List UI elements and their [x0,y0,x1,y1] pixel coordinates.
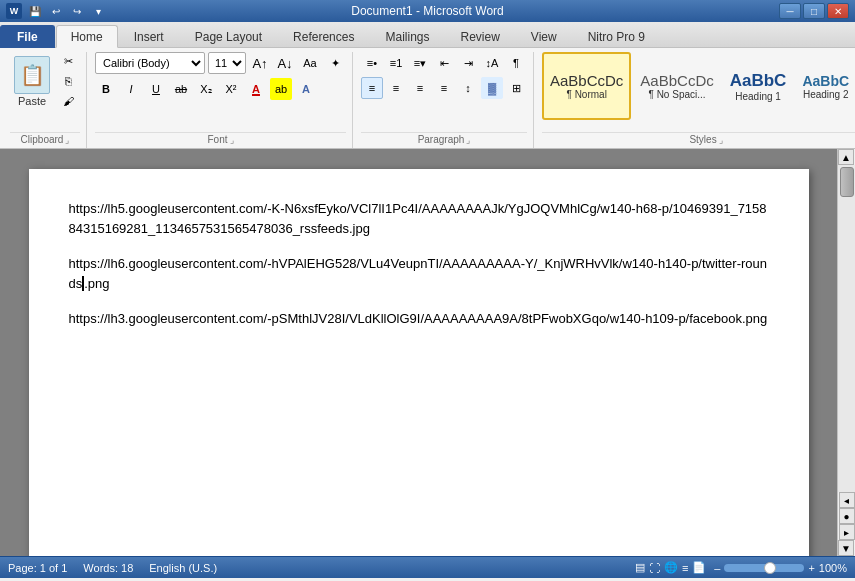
zoom-in-btn[interactable]: + [808,562,814,574]
draft-btn[interactable]: 📄 [692,561,706,574]
scroll-arrow-down[interactable]: ▼ [838,540,854,556]
language-item[interactable]: English (U.S.) [149,562,217,574]
save-quick-btn[interactable]: 💾 [26,2,44,20]
paragraph-content: ≡• ≡1 ≡▾ ⇤ ⇥ ↕A ¶ ≡ ≡ ≡ ≡ ↕ ▓ [361,52,527,99]
styles-footer[interactable]: Styles ⌟ [542,132,855,146]
style-heading1-label: Heading 1 [735,91,781,102]
minimize-btn[interactable]: ─ [779,3,801,19]
decrease-indent-btn[interactable]: ⇤ [433,52,455,74]
tab-nitro[interactable]: Nitro Pro 9 [573,25,660,48]
tab-page-layout[interactable]: Page Layout [180,25,277,48]
sort-btn[interactable]: ↕A [481,52,503,74]
style-heading2[interactable]: AaBbC Heading 2 [795,52,855,120]
paragraph-1-text: https://lh5.googleusercontent.com/-K-N6x… [69,201,767,236]
document-page-area[interactable]: https://lh5.googleusercontent.com/-K-N6x… [0,149,837,556]
style-nospacing-preview: AaBbCcDc [640,72,713,89]
style-heading1-preview: AaBbC [730,71,787,91]
styles-dialog-launcher[interactable]: ⌟ [719,135,723,145]
text-effect-btn[interactable]: A [295,78,317,100]
document-page[interactable]: https://lh5.googleusercontent.com/-K-N6x… [29,169,809,556]
format-painter-btn[interactable]: 🖌 [56,92,80,110]
strikethrough-btn[interactable]: ab [170,78,192,100]
shading-btn[interactable]: ▓ [481,77,503,99]
style-heading2-label: Heading 2 [803,89,849,100]
tab-mailings[interactable]: Mailings [370,25,444,48]
print-layout-btn[interactable]: ▤ [635,561,645,574]
underline-btn[interactable]: U [145,78,167,100]
cut-btn[interactable]: ✂ [56,52,80,70]
line-spacing-btn[interactable]: ↕ [457,77,479,99]
zoom-out-btn[interactable]: – [714,562,720,574]
clear-format-btn[interactable]: ✦ [324,52,346,74]
superscript-btn[interactable]: X² [220,78,242,100]
redo-quick-btn[interactable]: ↪ [68,2,86,20]
scroll-prev-page[interactable]: ◂ [839,492,855,508]
scroll-arrow-up[interactable]: ▲ [838,149,854,165]
italic-btn[interactable]: I [120,78,142,100]
clipboard-footer[interactable]: Clipboard ⌟ [10,132,80,146]
outline-btn[interactable]: ≡ [682,562,688,574]
full-screen-btn[interactable]: ⛶ [649,562,660,574]
zoom-thumb[interactable] [764,562,776,574]
increase-indent-btn[interactable]: ⇥ [457,52,479,74]
scroll-track[interactable] [838,165,855,492]
document-paragraph-2: https://lh6.googleusercontent.com/-hVPAl… [69,254,769,293]
font-color-btn[interactable]: A [245,78,267,100]
font-dialog-launcher[interactable]: ⌟ [230,135,234,145]
paragraph-dialog-launcher[interactable]: ⌟ [466,135,470,145]
font-row-1: Calibri (Body) 11 A↑ A↓ Aa ✦ [95,52,346,74]
scroll-select-browse[interactable]: ● [839,508,855,524]
tab-view[interactable]: View [516,25,572,48]
bold-btn[interactable]: B [95,78,117,100]
font-row-2: B I U ab X₂ X² A ab A [95,78,317,100]
justify-btn[interactable]: ≡ [433,77,455,99]
maximize-btn[interactable]: □ [803,3,825,19]
font-inner: Calibri (Body) 11 A↑ A↓ Aa ✦ B I U [95,52,346,130]
status-right: ▤ ⛶ 🌐 ≡ 📄 – + 100% [635,561,847,574]
bullet-list-btn[interactable]: ≡• [361,52,383,74]
scroll-next-page[interactable]: ▸ [839,524,855,540]
title-bar-left: W 💾 ↩ ↪ ▾ [6,2,107,20]
show-formatting-btn[interactable]: ¶ [505,52,527,74]
tab-home[interactable]: Home [56,25,118,48]
grow-font-btn[interactable]: A↑ [249,52,271,74]
highlight-btn[interactable]: ab [270,78,292,100]
align-center-btn[interactable]: ≡ [385,77,407,99]
style-heading1[interactable]: AaBbC Heading 1 [723,52,794,120]
tab-insert[interactable]: Insert [119,25,179,48]
font-size-select[interactable]: 11 [208,52,246,74]
multilevel-list-btn[interactable]: ≡▾ [409,52,431,74]
style-normal[interactable]: AaBbCcDc ¶ Normal [542,52,631,120]
document-paragraph-1: https://lh5.googleusercontent.com/-K-N6x… [69,199,769,238]
align-right-btn[interactable]: ≡ [409,77,431,99]
style-nospacing-label: ¶ No Spaci... [649,89,706,100]
customize-quick-btn[interactable]: ▾ [89,2,107,20]
subscript-btn[interactable]: X₂ [195,78,217,100]
border-btn[interactable]: ⊞ [505,77,527,99]
document-area: https://lh5.googleusercontent.com/-K-N6x… [0,149,855,556]
scroll-thumb[interactable] [840,167,854,197]
tab-review[interactable]: Review [445,25,514,48]
align-left-btn[interactable]: ≡ [361,77,383,99]
shrink-font-btn[interactable]: A↓ [274,52,296,74]
undo-quick-btn[interactable]: ↩ [47,2,65,20]
zoom-slider[interactable] [724,564,804,572]
close-btn[interactable]: ✕ [827,3,849,19]
paste-button[interactable]: 📋 Paste [10,54,54,109]
vertical-scrollbar[interactable]: ▲ ◂ ● ▸ ▼ [837,149,855,556]
clipboard-dialog-launcher[interactable]: ⌟ [65,135,69,145]
view-buttons: ▤ ⛶ 🌐 ≡ 📄 [635,561,706,574]
numbered-list-btn[interactable]: ≡1 [385,52,407,74]
clipboard-group: 📋 Paste ✂ ⎘ 🖌 Clipboard ⌟ [4,52,87,148]
web-layout-btn[interactable]: 🌐 [664,561,678,574]
tab-file[interactable]: File [0,25,55,48]
zoom-control[interactable]: – + 100% [714,562,847,574]
font-family-select[interactable]: Calibri (Body) [95,52,205,74]
paragraph-footer[interactable]: Paragraph ⌟ [361,132,527,146]
document-content[interactable]: https://lh5.googleusercontent.com/-K-N6x… [69,199,769,329]
style-nospacing[interactable]: AaBbCcDc ¶ No Spaci... [633,52,720,120]
copy-btn[interactable]: ⎘ [56,72,80,90]
change-case-btn[interactable]: Aa [299,52,321,74]
tab-references[interactable]: References [278,25,369,48]
font-footer[interactable]: Font ⌟ [95,132,346,146]
